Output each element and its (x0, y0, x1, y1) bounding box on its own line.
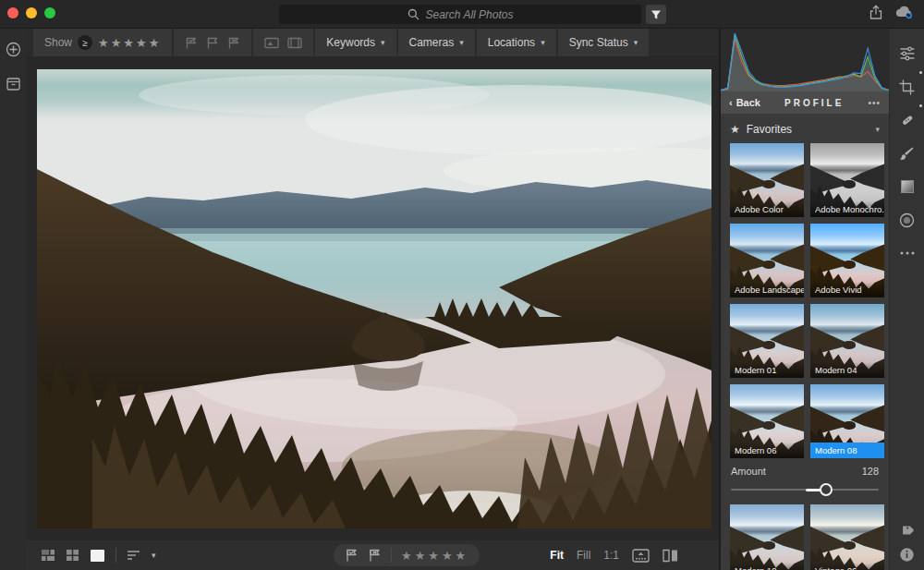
profile-thumbnail-adobe-landscape[interactable]: Adobe Landscape (730, 224, 804, 297)
bottom-toolbar: ▾ ★★★★★ Fit Fill 1:1 (26, 540, 719, 570)
profile-thumbnail-vintage-06[interactable]: Vintage 06 (810, 504, 884, 570)
cloud-sync-icon[interactable] (894, 5, 915, 20)
videos-icon[interactable] (287, 37, 302, 49)
flag-reject-icon[interactable] (227, 37, 240, 49)
minimize-window-button[interactable] (26, 7, 37, 18)
add-photos-icon[interactable] (6, 42, 21, 57)
title-bar: Search All Photos (0, 0, 924, 29)
filter-dropdown-cameras[interactable]: Cameras ▾ (398, 29, 475, 56)
rating-flag-pill: ★★★★★ (334, 544, 480, 566)
favorites-section-header[interactable]: ★ Favorites ▾ (730, 115, 880, 143)
profile-browser: ★ Favorites ▾ Adobe Color (721, 114, 889, 570)
profile-thumbnail-modern-01[interactable]: Modern 01 (730, 304, 804, 378)
grid-view-icon[interactable] (41, 549, 55, 562)
profile-name-label: Modern 10 (730, 563, 804, 570)
profile-thumbnail-adobe-monochro[interactable]: Adobe Monochro... (810, 143, 884, 217)
media-type-filter[interactable] (253, 29, 313, 56)
tool-strip (890, 29, 924, 570)
profile-thumbnail-adobe-color[interactable]: Adobe Color (730, 143, 804, 217)
chevron-left-icon: ‹ (729, 97, 733, 108)
profile-thumbnail-modern-06[interactable]: Modern 06 (730, 384, 804, 458)
amount-slider[interactable] (731, 482, 879, 497)
edit-sliders-tool[interactable] (894, 40, 921, 67)
back-button[interactable]: ‹ Back (729, 97, 760, 108)
profile-grid-bottom: Modern 10 Vintage 06 (730, 504, 880, 570)
my-photos-icon[interactable] (6, 78, 20, 91)
close-window-button[interactable] (7, 7, 18, 18)
profile-name-label: Modern 08 (810, 443, 884, 458)
more-tools-button[interactable] (894, 239, 921, 267)
search-input[interactable]: Search All Photos (279, 5, 641, 24)
crop-tool[interactable] (894, 73, 921, 101)
filter-dropdown-keywords[interactable]: Keywords ▾ (315, 29, 395, 56)
photo-canvas (26, 56, 719, 540)
linear-gradient-tool[interactable] (894, 173, 921, 200)
before-after-view-icon[interactable] (663, 549, 678, 563)
square-grid-view-icon[interactable] (66, 549, 79, 562)
slider-knob[interactable] (820, 483, 833, 496)
collapse-chevron-icon[interactable]: ▾ (875, 125, 880, 134)
profile-name-label: Adobe Vivid (810, 282, 884, 297)
panel-title: PROFILE (760, 98, 869, 108)
profile-name-label: Modern 06 (730, 443, 804, 458)
filter-dropdowns: Keywords ▾ Cameras ▾ Locations ▾ Sync St… (315, 29, 649, 56)
pick-flag-icon[interactable] (345, 549, 359, 562)
chevron-down-icon: ▾ (541, 38, 545, 47)
histogram[interactable] (721, 29, 889, 91)
sort-icon[interactable] (127, 550, 141, 561)
reject-flag-icon[interactable] (368, 549, 382, 562)
divider (391, 548, 392, 563)
rating-filter[interactable]: Show ≥ ★★★★★ (33, 29, 172, 56)
filter-funnel-icon (650, 9, 662, 20)
chevron-down-icon: ▾ (459, 38, 464, 47)
zoom-one-to-one-button[interactable]: 1:1 (603, 549, 619, 562)
left-rail (0, 29, 26, 570)
brush-tool[interactable] (894, 139, 921, 167)
chevron-down-icon: ▾ (381, 38, 385, 47)
amount-label: Amount (731, 466, 766, 477)
healing-brush-tool[interactable] (894, 106, 921, 134)
photo-rating-stars[interactable]: ★★★★★ (401, 549, 468, 563)
amount-value: 128 (862, 466, 879, 477)
profile-preview-image (730, 504, 804, 570)
edit-indicator-dot (919, 71, 922, 74)
filter-bar: Show ≥ ★★★★★ (26, 29, 719, 56)
flag-filter[interactable] (174, 29, 251, 56)
keywords-tag-icon[interactable] (899, 523, 916, 540)
zoom-window-button[interactable] (44, 7, 55, 18)
edit-indicator-dot (919, 104, 922, 107)
divider (116, 548, 116, 563)
filter-dropdown-sync-status[interactable]: Sync Status ▾ (558, 29, 650, 56)
show-label: Show (44, 36, 72, 49)
favorites-star-icon: ★ (730, 123, 740, 136)
radial-gradient-tool[interactable] (894, 206, 921, 234)
info-icon[interactable] (899, 547, 915, 563)
zoom-fill-button[interactable]: Fill (577, 549, 590, 562)
search-icon (407, 8, 419, 20)
detail-view-icon[interactable] (90, 549, 105, 563)
profile-name-label: Modern 04 (810, 362, 884, 378)
rating-stars[interactable]: ★★★★★ (98, 36, 161, 50)
profile-thumbnail-modern-10[interactable]: Modern 10 (730, 504, 804, 570)
profile-thumbnail-modern-04[interactable]: Modern 04 (810, 304, 884, 378)
filter-button[interactable] (646, 5, 666, 24)
main-photo[interactable] (37, 69, 711, 528)
filter-dropdown-locations[interactable]: Locations ▾ (477, 29, 556, 56)
rating-operator-badge[interactable]: ≥ (78, 35, 92, 50)
profile-name-label: Adobe Color (730, 201, 804, 217)
chevron-down-icon: ▾ (634, 38, 638, 47)
photos-icon[interactable] (264, 37, 279, 49)
sort-chevron-icon[interactable]: ▾ (152, 551, 156, 560)
profile-thumbnail-adobe-vivid[interactable]: Adobe Vivid (810, 224, 884, 297)
profile-name-label: Adobe Landscape (730, 282, 804, 297)
profile-thumbnail-modern-08[interactable]: Modern 08 (810, 384, 884, 458)
zoom-fit-button[interactable]: Fit (550, 549, 564, 562)
profile-name-label: Modern 01 (730, 362, 804, 378)
more-options-button[interactable]: ••• (868, 98, 881, 108)
filmstrip-toggle-icon[interactable] (632, 549, 650, 563)
flag-neutral-icon[interactable] (206, 37, 219, 49)
share-icon[interactable] (869, 5, 883, 20)
profile-name-label: Adobe Monochro... (810, 201, 884, 217)
search-placeholder: Search All Photos (426, 8, 514, 21)
flag-pick-icon[interactable] (185, 37, 198, 49)
